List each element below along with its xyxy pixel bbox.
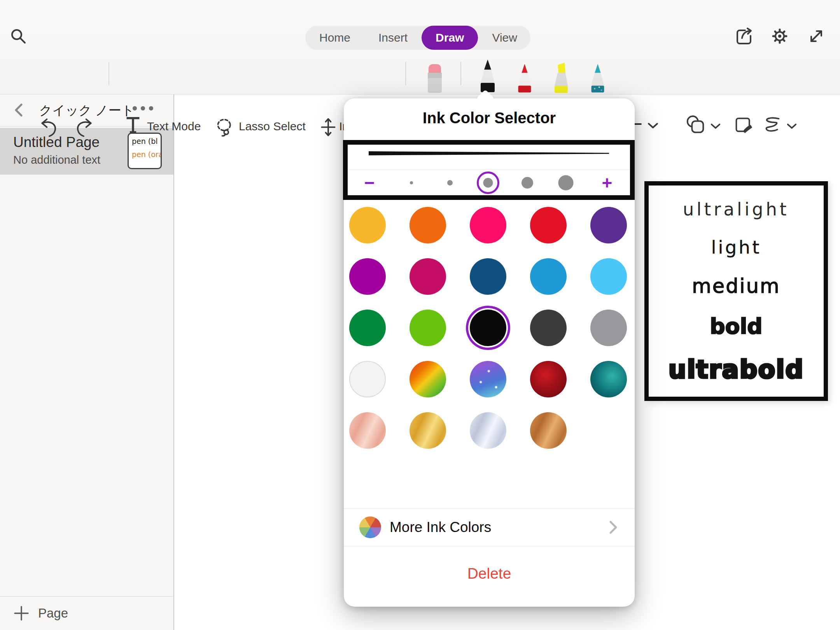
swatch-purple[interactable] <box>590 207 627 243</box>
insert-space-icon[interactable] <box>318 117 338 137</box>
pen-galaxy-teal-tool[interactable] <box>586 62 609 94</box>
stroke-width-preview <box>369 150 609 157</box>
settings-gear-icon[interactable] <box>770 26 789 46</box>
swatch-green[interactable] <box>349 310 386 346</box>
swatch-light-green[interactable] <box>410 310 446 346</box>
swatch-black[interactable] <box>470 310 506 346</box>
weight-sample-ultralight: ultralight <box>683 200 789 218</box>
thickness-dot-5[interactable] <box>558 175 574 191</box>
ink-to-text-icon[interactable] <box>733 115 754 135</box>
tab-draw[interactable]: Draw <box>422 26 478 50</box>
ink-replay-chevron-down-icon[interactable] <box>786 122 797 130</box>
lasso-select-icon[interactable] <box>215 117 235 137</box>
swatch-light-blue[interactable] <box>590 258 627 295</box>
ink-replay-icon[interactable] <box>761 116 782 135</box>
swatch-pink[interactable] <box>470 207 506 243</box>
draw-ribbon: Text Mode Lasso Select Insert Space <box>0 52 840 94</box>
tab-home[interactable]: Home <box>305 26 364 50</box>
swatch-white[interactable] <box>349 361 386 397</box>
ink-color-grid <box>349 207 627 449</box>
more-menu-icon[interactable] <box>133 106 153 110</box>
more-ink-colors-label: More Ink Colors <box>390 519 491 536</box>
weight-sample-light: light <box>711 238 761 256</box>
eraser-tool[interactable] <box>423 62 446 94</box>
swatch-red-marble[interactable] <box>530 361 567 397</box>
swatch-bronze[interactable] <box>530 412 567 449</box>
swatch-yellow[interactable] <box>349 207 386 243</box>
increase-thickness-button[interactable]: + <box>602 174 612 192</box>
undo-icon[interactable] <box>39 117 59 137</box>
swatch-raspberry[interactable] <box>410 258 446 295</box>
top-toolbar: Home Insert Draw View Text Mode Lasso <box>0 0 840 94</box>
weight-sample-bold: bold <box>710 316 762 337</box>
shapes-icon[interactable] <box>684 114 707 136</box>
decrease-thickness-button[interactable]: − <box>364 174 375 192</box>
swatch-silver[interactable] <box>470 412 506 449</box>
pen-red-tool[interactable] <box>513 62 536 94</box>
swatch-galaxy[interactable] <box>470 361 506 397</box>
tab-insert[interactable]: Insert <box>364 26 422 50</box>
swatch-red[interactable] <box>530 207 567 243</box>
thickness-selector: − + <box>348 170 630 195</box>
text-mode-label[interactable]: Text Mode <box>147 120 201 133</box>
ribbon-tabs: Home Insert Draw View <box>305 26 530 50</box>
page-subtitle: No additional text <box>13 154 100 166</box>
lasso-select-label[interactable]: Lasso Select <box>239 120 306 133</box>
swatch-dark-gray[interactable] <box>530 310 567 346</box>
color-wheel-icon <box>359 516 381 538</box>
swatch-magenta[interactable] <box>349 258 386 295</box>
swatch-blue[interactable] <box>530 258 567 295</box>
thickness-selected-ring <box>477 172 499 194</box>
search-icon[interactable] <box>9 27 28 46</box>
swatch-orange[interactable] <box>410 207 446 243</box>
weight-sample-medium: medium <box>692 276 780 296</box>
chevron-right-icon <box>604 519 621 536</box>
swatch-rose-gold[interactable] <box>349 412 386 449</box>
delete-pen-button[interactable]: Delete <box>344 565 635 582</box>
weight-sample-ultrabold: ultrabold <box>668 357 804 382</box>
fullscreen-icon[interactable] <box>807 26 826 46</box>
pens-chevron-down-icon[interactable] <box>647 122 659 130</box>
thickness-annotation-box: − + <box>343 140 635 200</box>
swatch-gold[interactable] <box>410 412 446 449</box>
thumbnail-ink-line: pen (ora <box>132 150 161 159</box>
swatch-rainbow-glitter[interactable] <box>410 361 446 397</box>
page-sidebar: クイック ノート Untitled Page No additional tex… <box>0 94 174 630</box>
redo-icon[interactable] <box>74 117 94 137</box>
tab-view[interactable]: View <box>478 26 531 50</box>
thickness-dot-4[interactable] <box>522 177 533 189</box>
thickness-dot-1[interactable] <box>410 181 413 184</box>
page-thumbnail: pen (bl pen (ora <box>128 133 162 169</box>
thickness-dot-2[interactable] <box>447 180 453 186</box>
swatch-teal-marble[interactable] <box>590 361 627 397</box>
plus-icon <box>13 605 30 621</box>
text-mode-icon[interactable] <box>125 116 141 134</box>
thumbnail-ink-line: pen (bl <box>132 137 161 145</box>
stroke-weight-annotation-box: ultralight light medium bold ultrabold <box>644 181 828 401</box>
swatch-dark-blue[interactable] <box>470 258 506 295</box>
more-ink-colors-button[interactable]: More Ink Colors <box>344 509 635 546</box>
pen-black-tool[interactable] <box>476 59 499 94</box>
add-page-button[interactable]: Page <box>0 596 173 630</box>
popup-title: Ink Color Selector <box>344 109 635 127</box>
swatch-gray[interactable] <box>590 310 627 346</box>
add-page-label: Page <box>38 606 68 621</box>
shapes-chevron-down-icon[interactable] <box>710 122 721 130</box>
share-icon[interactable] <box>733 26 753 46</box>
highlighter-yellow-tool[interactable] <box>549 62 572 94</box>
ink-color-selector-popup: Ink Color Selector − + More Ink Colors D… <box>344 98 635 607</box>
